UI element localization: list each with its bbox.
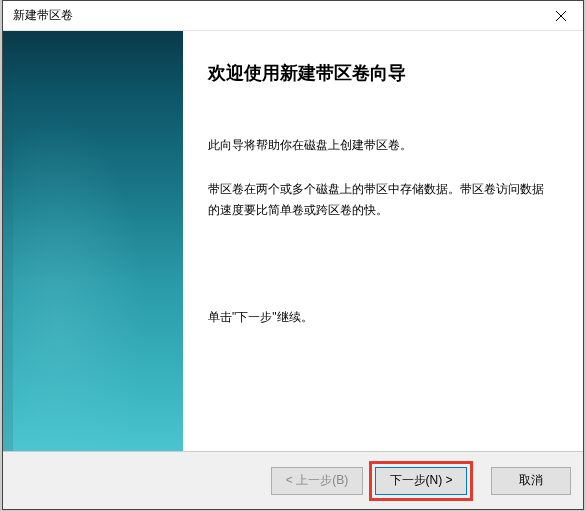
next-button[interactable]: 下一步(N) > [375, 467, 467, 495]
back-button: < 上一步(B) [271, 467, 363, 495]
wizard-para-2: 带区卷在两个或多个磁盘上的带区中存储数据。带区卷访问数据的速度要比简单卷或跨区卷… [208, 179, 553, 222]
wizard-dialog: 新建带区卷 欢迎使用新建带区卷向导 此向导将帮助你在磁盘上创建带区卷。 带区卷在… [2, 0, 584, 510]
footer: < 上一步(B) 下一步(N) > 取消 [3, 451, 583, 509]
cancel-button[interactable]: 取消 [491, 467, 571, 495]
close-button[interactable] [538, 1, 583, 30]
close-icon [556, 11, 566, 21]
wizard-para-1: 此向导将帮助你在磁盘上创建带区卷。 [208, 135, 553, 157]
window-title: 新建带区卷 [13, 7, 73, 24]
next-button-highlight: 下一步(N) > [369, 461, 473, 501]
wizard-para-3: 单击"下一步"继续。 [208, 307, 553, 329]
wizard-sidebar-image [3, 31, 183, 451]
content-area: 欢迎使用新建带区卷向导 此向导将帮助你在磁盘上创建带区卷。 带区卷在两个或多个磁… [3, 31, 583, 451]
wizard-heading: 欢迎使用新建带区卷向导 [208, 61, 553, 85]
titlebar: 新建带区卷 [3, 1, 583, 31]
main-panel: 欢迎使用新建带区卷向导 此向导将帮助你在磁盘上创建带区卷。 带区卷在两个或多个磁… [183, 31, 583, 451]
